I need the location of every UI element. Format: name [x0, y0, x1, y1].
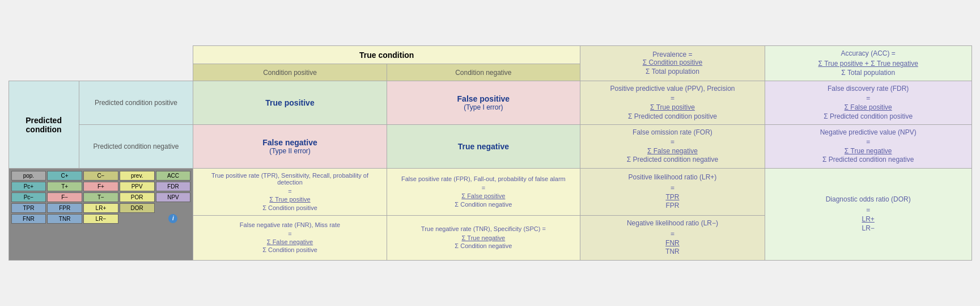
- true-positive-cell: True positive: [193, 81, 387, 125]
- false-positive-cell: False positive (Type I error): [387, 81, 580, 125]
- legend-grid: pop. C+ C− prev. ACC Pc+ T+ F+ PPV FDR P…: [11, 171, 191, 224]
- tpr-cell: True positive rate (TPR), Sensitivity, R…: [193, 169, 387, 216]
- npv-cell: Negative predictive value (NPV) = Σ True…: [765, 125, 971, 169]
- predicted-condition-negative-label: Predicted condition negative: [79, 125, 193, 169]
- true-negative-cell: True negative: [387, 125, 580, 169]
- tnr-cell: True negative rate (TNR), Specificity (S…: [387, 215, 580, 260]
- true-condition-header: True condition: [193, 46, 580, 64]
- false-negative-cell: False negative (Type II error): [193, 125, 387, 169]
- accuracy-cell: Accuracy (ACC) = Σ True positive + Σ Tru…: [770, 49, 967, 77]
- nlr-cell: Negative likelihood ratio (LR−) = FNR TN…: [580, 215, 765, 260]
- main-container: True condition Prevalence = Σ Condition …: [9, 45, 972, 260]
- fdr-cell: False discovery rate (FDR) = Σ False pos…: [765, 81, 971, 125]
- predicted-condition-label: Predicted condition: [9, 81, 79, 169]
- prevalence-label: Prevalence =: [652, 51, 692, 58]
- confusion-matrix-table: True condition Prevalence = Σ Condition …: [9, 45, 972, 260]
- info-icon[interactable]: i: [168, 214, 177, 223]
- for-cell: False omission rate (FOR) = Σ False nega…: [580, 125, 765, 169]
- condition-negative-header: Condition negative: [387, 64, 580, 81]
- condition-positive-header: Condition positive: [193, 64, 387, 81]
- fpr-cell: False positive rate (FPR), Fall-out, pro…: [387, 169, 580, 216]
- prevalence-fraction: Σ Condition positive Σ Total population: [585, 58, 760, 76]
- ppv-cell: Positive predictive value (PPV), Precisi…: [580, 81, 765, 125]
- predicted-condition-positive-label: Predicted condition positive: [79, 81, 193, 125]
- fnr-cell: False negative rate (FNR), Miss rate = Σ…: [193, 215, 387, 260]
- dor-cell: Diagnostic odds ratio (DOR) = LR+ LR−: [765, 169, 971, 261]
- plr-cell: Positive likelihood ratio (LR+) = TPR FP…: [580, 169, 765, 216]
